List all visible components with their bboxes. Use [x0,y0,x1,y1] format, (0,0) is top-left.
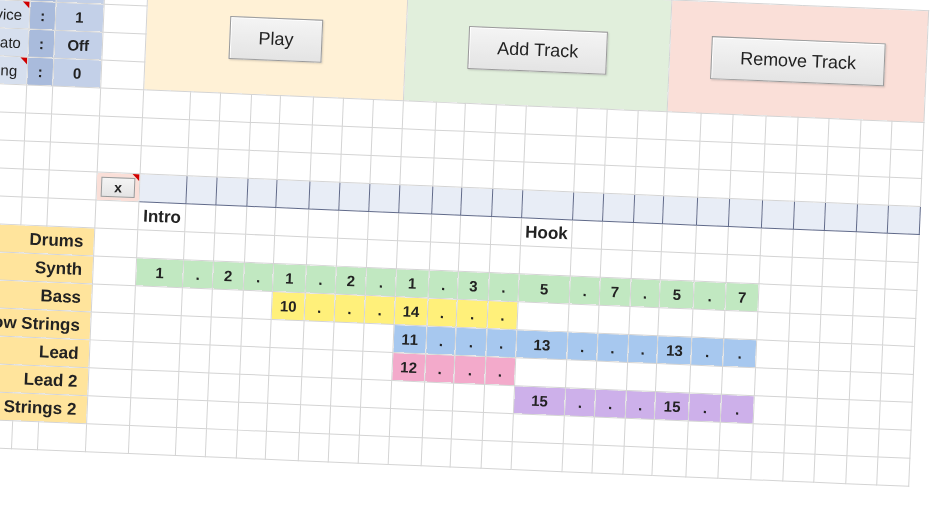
empty-cell[interactable] [489,245,520,274]
empty-cell[interactable] [847,428,880,457]
empty-cell[interactable] [517,302,570,332]
empty-cell[interactable] [333,322,365,351]
pattern-cell[interactable]: . [597,333,629,362]
empty-cell[interactable] [596,361,628,390]
pattern-cell[interactable]: 2 [212,261,244,290]
empty-cell[interactable] [851,316,884,345]
empty-cell[interactable] [132,342,180,372]
empty-cell[interactable] [238,374,269,403]
pattern-cell[interactable]: 1 [136,258,184,288]
pattern-cell[interactable]: . [424,354,455,383]
empty-cell[interactable] [396,241,430,270]
empty-cell[interactable] [422,410,453,439]
empty-cell[interactable] [179,344,210,373]
timeline-header-cell[interactable] [573,192,604,221]
empty-cell[interactable] [178,372,209,401]
close-button[interactable]: x [101,176,136,197]
empty-cell[interactable] [274,235,308,264]
timeline-header-cell[interactable] [492,189,523,218]
empty-cell[interactable] [268,375,302,404]
pattern-cell[interactable]: . [688,393,721,422]
track-label[interactable]: Bass [0,278,92,312]
empty-cell[interactable] [180,316,211,345]
empty-cell[interactable] [600,249,632,278]
pattern-cell[interactable]: . [486,328,517,357]
pattern-cell[interactable]: . [488,273,519,302]
empty-cell[interactable] [452,411,484,440]
timeline-header-cell[interactable] [276,180,310,209]
empty-cell[interactable] [752,424,785,453]
setting-value-swing[interactable]: 0 [53,58,102,88]
track-label[interactable]: Slow Strings [0,306,91,340]
empty-cell[interactable] [303,321,334,350]
empty-cell[interactable] [423,382,454,411]
empty-cell[interactable] [815,426,848,455]
empty-cell[interactable] [519,246,572,276]
empty-cell[interactable] [629,306,660,335]
empty-cell[interactable] [239,346,270,375]
timeline-header-cell[interactable] [338,182,370,211]
pattern-cell[interactable]: 13 [657,336,692,365]
empty-cell[interactable] [694,253,727,282]
track-label[interactable]: Strings 2 [0,390,87,424]
pattern-cell[interactable]: . [565,388,596,417]
empty-cell[interactable] [816,398,849,427]
empty-cell[interactable] [237,402,268,431]
timeline-header-cell[interactable] [461,187,493,216]
pattern-cell[interactable]: . [304,293,335,322]
empty-cell[interactable] [568,304,599,333]
empty-cell[interactable] [181,288,212,317]
timeline-header-cell[interactable] [887,205,920,234]
empty-cell[interactable] [661,252,696,281]
track-label[interactable]: Drums [0,222,94,256]
empty-cell[interactable] [631,250,662,279]
pattern-cell[interactable]: 11 [393,325,427,354]
empty-cell[interactable] [301,377,332,406]
empty-cell[interactable] [822,258,855,287]
pattern-cell[interactable]: . [627,334,658,363]
empty-cell[interactable] [302,349,333,378]
empty-cell[interactable] [367,239,398,268]
pattern-cell[interactable]: . [182,260,213,289]
empty-cell[interactable] [852,288,885,317]
pattern-cell[interactable]: 3 [458,271,490,300]
timeline-header-cell[interactable] [729,199,763,228]
empty-cell[interactable] [429,242,460,271]
empty-cell[interactable] [791,257,824,286]
pattern-cell[interactable]: . [428,270,459,299]
empty-cell[interactable] [883,317,916,346]
pattern-cell[interactable]: 12 [392,353,426,382]
pattern-cell[interactable]: 5 [659,280,694,309]
empty-cell[interactable] [566,360,597,389]
empty-cell[interactable] [884,289,917,318]
pattern-cell[interactable]: . [485,356,516,385]
pattern-cell[interactable]: 10 [271,291,305,320]
pattern-cell[interactable]: . [366,267,397,296]
setting-value-legato[interactable]: Off [54,30,103,60]
timeline-header-cell[interactable] [856,204,889,233]
empty-cell[interactable] [882,345,915,374]
pattern-cell[interactable]: 5 [518,274,571,304]
timeline-header-cell[interactable] [246,178,277,207]
empty-cell[interactable] [184,232,215,261]
empty-cell[interactable] [653,420,688,449]
pattern-cell[interactable]: . [693,281,726,310]
empty-cell[interactable] [785,397,818,426]
empty-cell[interactable] [726,254,760,283]
empty-cell[interactable] [389,408,423,437]
empty-cell[interactable] [692,309,725,338]
empty-cell[interactable] [885,261,918,290]
pattern-cell[interactable]: . [305,265,336,294]
timeline-header-cell[interactable] [663,196,698,225]
timeline-header-cell[interactable] [399,185,433,214]
empty-cell[interactable] [459,243,491,272]
timeline-header-cell[interactable] [369,183,400,212]
empty-cell[interactable] [758,284,791,313]
empty-cell[interactable] [329,406,361,435]
track-label[interactable]: Lead 2 [0,362,89,396]
timeline-header-cell[interactable] [431,186,462,215]
empty-cell[interactable] [687,421,720,450]
pattern-cell[interactable]: 7 [599,277,631,306]
empty-cell[interactable] [754,368,787,397]
pattern-cell[interactable]: . [569,276,600,305]
